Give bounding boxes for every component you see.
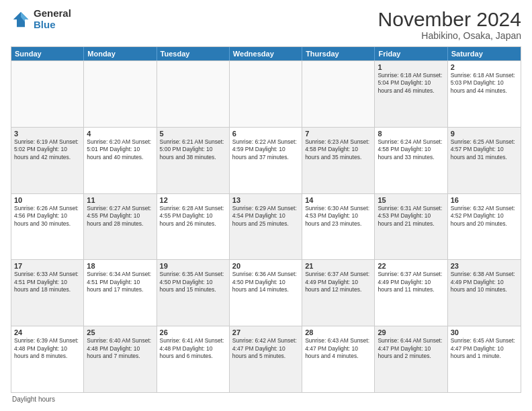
calendar-header-cell: Monday [84, 47, 157, 60]
day-info: Sunrise: 6:18 AM Sunset: 5:03 PM Dayligh… [451, 72, 518, 95]
calendar-cell: 1Sunrise: 6:18 AM Sunset: 5:04 PM Daylig… [375, 61, 447, 127]
calendar-header-cell: Sunday [11, 47, 84, 60]
calendar: SundayMondayTuesdayWednesdayThursdayFrid… [11, 46, 521, 393]
day-number: 25 [87, 328, 153, 336]
calendar-cell: 24Sunrise: 6:39 AM Sunset: 4:48 PM Dayli… [11, 326, 84, 392]
title-block: November 2024 Habikino, Osaka, Japan [378, 8, 521, 41]
calendar-cell: 11Sunrise: 6:27 AM Sunset: 4:55 PM Dayli… [84, 194, 157, 260]
day-number: 15 [378, 196, 444, 204]
logo-text: General Blue [34, 8, 71, 30]
calendar-cell [157, 61, 230, 127]
day-info: Sunrise: 6:29 AM Sunset: 4:54 PM Dayligh… [232, 205, 299, 228]
day-number: 17 [14, 262, 81, 270]
day-info: Sunrise: 6:23 AM Sunset: 4:58 PM Dayligh… [305, 138, 371, 161]
calendar-row: 10Sunrise: 6:26 AM Sunset: 4:56 PM Dayli… [11, 193, 521, 260]
calendar-header-cell: Wednesday [230, 47, 302, 60]
calendar-cell: 4Sunrise: 6:20 AM Sunset: 5:01 PM Daylig… [84, 128, 157, 193]
calendar-cell: 19Sunrise: 6:35 AM Sunset: 4:50 PM Dayli… [157, 260, 230, 326]
day-number: 11 [87, 196, 153, 204]
day-info: Sunrise: 6:30 AM Sunset: 4:53 PM Dayligh… [305, 205, 371, 228]
calendar-cell [11, 61, 84, 127]
day-number: 7 [305, 130, 371, 138]
calendar-header-cell: Tuesday [157, 47, 230, 60]
day-info: Sunrise: 6:36 AM Sunset: 4:50 PM Dayligh… [232, 271, 299, 293]
calendar-cell: 27Sunrise: 6:42 AM Sunset: 4:47 PM Dayli… [230, 326, 302, 392]
calendar-cell: 8Sunrise: 6:24 AM Sunset: 4:58 PM Daylig… [375, 128, 447, 193]
calendar-cell: 13Sunrise: 6:29 AM Sunset: 4:54 PM Dayli… [230, 194, 302, 260]
day-number: 23 [451, 262, 518, 270]
day-info: Sunrise: 6:37 AM Sunset: 4:49 PM Dayligh… [305, 271, 371, 293]
calendar-cell [230, 61, 302, 127]
day-number: 19 [160, 262, 226, 270]
day-info: Sunrise: 6:41 AM Sunset: 4:48 PM Dayligh… [160, 337, 226, 360]
calendar-header: SundayMondayTuesdayWednesdayThursdayFrid… [11, 47, 521, 60]
day-number: 9 [451, 130, 518, 138]
day-info: Sunrise: 6:26 AM Sunset: 4:56 PM Dayligh… [14, 205, 81, 228]
day-info: Sunrise: 6:35 AM Sunset: 4:50 PM Dayligh… [160, 271, 226, 293]
calendar-header-cell: Thursday [302, 47, 375, 60]
calendar-cell: 29Sunrise: 6:44 AM Sunset: 4:47 PM Dayli… [375, 326, 447, 392]
day-number: 30 [451, 328, 518, 336]
calendar-cell: 21Sunrise: 6:37 AM Sunset: 4:49 PM Dayli… [302, 260, 375, 326]
day-number: 14 [305, 196, 371, 204]
day-info: Sunrise: 6:37 AM Sunset: 4:49 PM Dayligh… [378, 271, 444, 293]
day-info: Sunrise: 6:24 AM Sunset: 4:58 PM Dayligh… [378, 138, 444, 161]
calendar-header-cell: Saturday [448, 47, 521, 60]
calendar-cell: 9Sunrise: 6:25 AM Sunset: 4:57 PM Daylig… [448, 128, 521, 193]
day-number: 21 [305, 262, 371, 270]
calendar-cell: 23Sunrise: 6:38 AM Sunset: 4:49 PM Dayli… [448, 260, 521, 326]
day-number: 18 [87, 262, 153, 270]
day-info: Sunrise: 6:32 AM Sunset: 4:52 PM Dayligh… [451, 205, 518, 228]
calendar-cell: 10Sunrise: 6:26 AM Sunset: 4:56 PM Dayli… [11, 194, 84, 260]
calendar-cell: 30Sunrise: 6:45 AM Sunset: 4:47 PM Dayli… [448, 326, 521, 392]
calendar-row: 3Sunrise: 6:19 AM Sunset: 5:02 PM Daylig… [11, 127, 521, 193]
footer-note: Daylight hours [11, 396, 521, 403]
header: General Blue November 2024 Habikino, Osa… [11, 8, 521, 41]
day-info: Sunrise: 6:39 AM Sunset: 4:48 PM Dayligh… [14, 337, 81, 360]
day-number: 3 [14, 130, 81, 138]
calendar-cell: 17Sunrise: 6:33 AM Sunset: 4:51 PM Dayli… [11, 260, 84, 326]
day-info: Sunrise: 6:19 AM Sunset: 5:02 PM Dayligh… [14, 138, 81, 161]
calendar-cell: 15Sunrise: 6:31 AM Sunset: 4:53 PM Dayli… [375, 194, 447, 260]
calendar-cell: 18Sunrise: 6:34 AM Sunset: 4:51 PM Dayli… [84, 260, 157, 326]
day-info: Sunrise: 6:21 AM Sunset: 5:00 PM Dayligh… [160, 138, 226, 161]
calendar-cell: 5Sunrise: 6:21 AM Sunset: 5:00 PM Daylig… [157, 128, 230, 193]
page-subtitle: Habikino, Osaka, Japan [378, 30, 521, 41]
calendar-row: 17Sunrise: 6:33 AM Sunset: 4:51 PM Dayli… [11, 259, 521, 326]
calendar-cell: 28Sunrise: 6:43 AM Sunset: 4:47 PM Dayli… [302, 326, 375, 392]
day-number: 10 [14, 196, 81, 204]
calendar-cell: 25Sunrise: 6:40 AM Sunset: 4:48 PM Dayli… [84, 326, 157, 392]
calendar-cell: 26Sunrise: 6:41 AM Sunset: 4:48 PM Dayli… [157, 326, 230, 392]
logo-general-label: General [34, 8, 71, 19]
day-info: Sunrise: 6:28 AM Sunset: 4:55 PM Dayligh… [160, 205, 226, 228]
day-info: Sunrise: 6:20 AM Sunset: 5:01 PM Dayligh… [87, 138, 153, 161]
day-number: 6 [232, 130, 299, 138]
day-info: Sunrise: 6:38 AM Sunset: 4:49 PM Dayligh… [451, 271, 518, 293]
logo-icon [11, 9, 31, 30]
calendar-row: 24Sunrise: 6:39 AM Sunset: 4:48 PM Dayli… [11, 326, 521, 392]
calendar-cell: 16Sunrise: 6:32 AM Sunset: 4:52 PM Dayli… [448, 194, 521, 260]
calendar-cell [302, 61, 375, 127]
day-number: 8 [378, 130, 444, 138]
day-info: Sunrise: 6:33 AM Sunset: 4:51 PM Dayligh… [14, 271, 81, 293]
day-info: Sunrise: 6:18 AM Sunset: 5:04 PM Dayligh… [378, 72, 444, 95]
day-number: 16 [451, 196, 518, 204]
day-number: 22 [378, 262, 444, 270]
day-info: Sunrise: 6:45 AM Sunset: 4:47 PM Dayligh… [451, 337, 518, 360]
day-info: Sunrise: 6:31 AM Sunset: 4:53 PM Dayligh… [378, 205, 444, 228]
day-number: 12 [160, 196, 226, 204]
calendar-cell: 22Sunrise: 6:37 AM Sunset: 4:49 PM Dayli… [375, 260, 447, 326]
day-number: 4 [87, 130, 153, 138]
calendar-row: 1Sunrise: 6:18 AM Sunset: 5:04 PM Daylig… [11, 60, 521, 127]
day-number: 28 [305, 328, 371, 336]
logo: General Blue [11, 8, 71, 30]
day-number: 2 [451, 63, 518, 71]
day-number: 13 [232, 196, 299, 204]
calendar-header-cell: Friday [375, 47, 447, 60]
logo-blue-label: Blue [34, 19, 71, 31]
day-number: 24 [14, 328, 81, 336]
day-info: Sunrise: 6:27 AM Sunset: 4:55 PM Dayligh… [87, 205, 153, 228]
day-number: 5 [160, 130, 226, 138]
page: General Blue November 2024 Habikino, Osa… [0, 0, 532, 411]
calendar-cell: 14Sunrise: 6:30 AM Sunset: 4:53 PM Dayli… [302, 194, 375, 260]
